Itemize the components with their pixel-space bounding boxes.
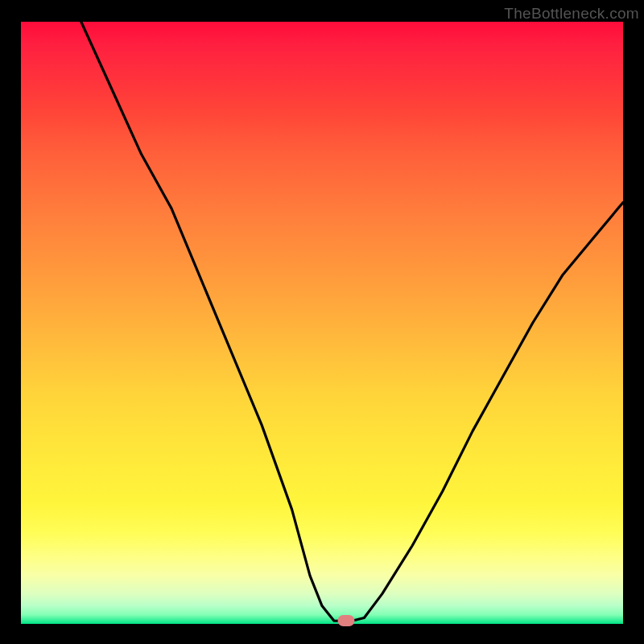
watermark-text: TheBottleneck.com (504, 5, 639, 23)
optimal-point-marker (337, 615, 354, 626)
chart-plot-area (21, 22, 623, 624)
bottleneck-curve-path (81, 22, 623, 621)
chart-curve-svg (21, 22, 623, 624)
